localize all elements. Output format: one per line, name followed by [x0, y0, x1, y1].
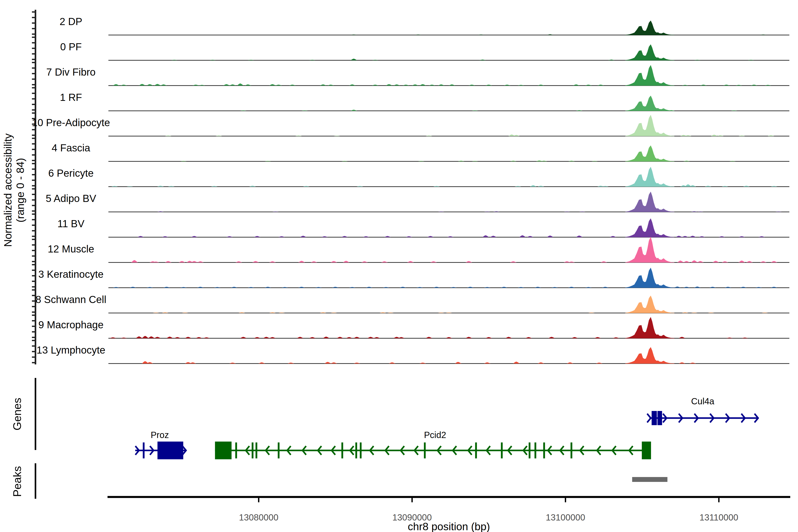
track-signal-area [625, 268, 674, 288]
track-noise-bump [510, 261, 517, 263]
track-noise-bump [320, 84, 326, 86]
track-noise-bump [367, 337, 374, 338]
track-noise-bump [298, 261, 305, 263]
track-3-keratinocyte: 3 Keratinocyte [38, 268, 790, 288]
exon-tick [534, 442, 536, 458]
track-noise-bump [709, 287, 716, 288]
track-signal-area [625, 96, 674, 111]
track-noise-bump [484, 362, 491, 363]
track-noise-bump [197, 261, 204, 263]
track-noise-bump [168, 186, 175, 187]
track-noise-bump [445, 337, 452, 338]
track-noise-bump [746, 261, 753, 263]
track-noise-bump [679, 362, 685, 363]
track-noise-bump [157, 211, 164, 212]
track-noise-bump [303, 186, 310, 187]
track-noise-bump [450, 287, 457, 288]
track-label: 0 PF [60, 41, 81, 53]
track-noise-bump [689, 236, 696, 237]
track-noise-bump [576, 110, 583, 111]
genome-browser-figure: 2 DP0 PF7 Div Fibro1 RF10 Pre-Adipocyte4… [0, 0, 798, 532]
track-signal-area [625, 44, 674, 60]
track-noise-bump [743, 186, 750, 187]
exon-tick [255, 442, 258, 458]
track-noise-bump [361, 261, 368, 263]
track-noise-bump [691, 260, 698, 263]
track-noise-bump [596, 363, 603, 363]
track-noise-bump [240, 337, 247, 338]
gene-label: Cul4a [691, 396, 715, 406]
exon-tick [278, 442, 280, 458]
track-label: 7 Div Fibro [46, 66, 96, 78]
exon-box [642, 441, 651, 459]
track-noise-bump [366, 287, 373, 288]
track-noise-bump [771, 287, 777, 288]
track-noise-bump [771, 186, 777, 187]
track-noise-bump [198, 85, 205, 86]
track-label: 11 BV [57, 218, 84, 229]
track-noise-bump [513, 362, 519, 363]
track-noise-bump [482, 235, 489, 237]
track-noise-bump [191, 261, 197, 263]
track-noise-bump [320, 312, 326, 313]
track-noise-bump [467, 287, 474, 288]
track-noise-bump [490, 236, 497, 237]
track-noise-bump [433, 287, 440, 288]
track-noise-bump [493, 211, 500, 212]
track-noise-bump [279, 236, 285, 237]
track-noise-bump [722, 186, 728, 187]
track-label: 12 Muscle [48, 243, 94, 255]
track-noise-bump [466, 261, 472, 263]
track-noise-bump [374, 337, 380, 338]
track-noise-bump [254, 236, 261, 237]
x-tick-label: 13080000 [239, 513, 279, 522]
track-noise-bump [722, 261, 728, 263]
track-noise-bump [231, 287, 238, 288]
track-noise-bump [682, 85, 688, 86]
track-noise-bump [537, 362, 544, 363]
track-0-pf: 0 PF [60, 41, 790, 60]
track-noise-bump [165, 261, 172, 263]
track-noise-bump [717, 135, 724, 136]
y-axis-label-line1: Normalized accessibility [2, 133, 14, 247]
track-noise-bump [419, 363, 426, 363]
track-noise-bump [725, 287, 731, 288]
x-axis-title: chr8 position (bp) [408, 521, 490, 532]
track-noise-bump [425, 337, 432, 338]
track-noise-bump [383, 287, 389, 288]
track-1-rf: 1 RF [60, 92, 790, 111]
exon-tick [235, 442, 237, 458]
track-noise-bump [275, 85, 282, 86]
track-noise-bump [567, 362, 573, 363]
track-noise-bump [120, 338, 127, 338]
track-noise-bump [694, 287, 701, 288]
track-noise-bump [332, 287, 339, 288]
track-noise-bump [700, 85, 707, 86]
track-9-macrophage: 9 Macrophage [38, 317, 790, 338]
track-11-bv: 11 BV [57, 218, 790, 237]
track-noise-bump [677, 261, 684, 263]
track-noise-bump [245, 84, 251, 86]
track-signal-area [625, 146, 674, 162]
track-noise-bump [191, 236, 197, 237]
track-noise-bump [610, 236, 616, 237]
track-noise-bump [180, 287, 187, 288]
track-noise-bump [551, 287, 558, 288]
track-noise-bump [518, 287, 524, 288]
track-noise-bump [683, 261, 690, 263]
track-noise-bump [174, 337, 180, 338]
track-noise-bump [315, 287, 322, 288]
track-noise-bump [438, 84, 444, 86]
exon-tick [355, 442, 357, 458]
track-noise-bump [349, 84, 356, 86]
track-noise-bump [341, 236, 348, 237]
peaks-section-label: Peaks [11, 466, 23, 497]
track-label: 5 Adipo BV [46, 193, 96, 204]
gene-label: Pcid2 [424, 430, 446, 440]
track-noise-bump [679, 337, 685, 338]
track-noise-bump [179, 261, 185, 263]
x-tick-label: 13110000 [700, 513, 738, 522]
exon-tick [360, 442, 362, 458]
exon-box [658, 411, 662, 425]
track-noise-bump [157, 186, 164, 187]
